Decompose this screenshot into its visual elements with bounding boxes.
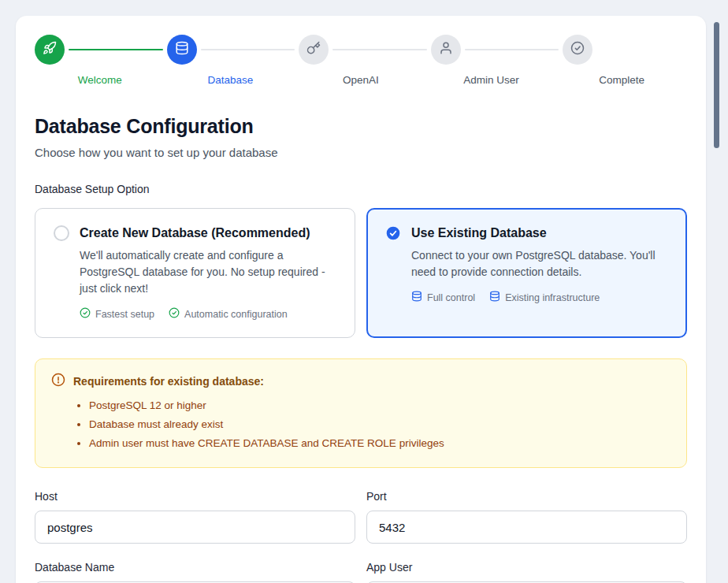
badge-automatic-configuration: Automatic configuration [169, 307, 288, 321]
app-user-label: App User [366, 561, 687, 574]
requirements-list: PostgreSQL 12 or higher Database must al… [51, 396, 670, 453]
radio-unselected-icon[interactable] [54, 225, 69, 241]
port-label: Port [366, 490, 687, 503]
port-field-group: Port [366, 490, 687, 544]
stepper-icons [35, 35, 592, 65]
badge-label: Existing infrastructure [505, 292, 600, 303]
app-user-field-group: App User [366, 561, 687, 583]
database-icon [175, 41, 189, 58]
page-subtitle: Choose how you want to set up your datab… [35, 146, 687, 159]
option-badges: Fastest setup Automatic configuration [80, 307, 336, 321]
step-welcome[interactable] [35, 35, 65, 65]
rocket-icon [43, 41, 57, 58]
option-title: Use Existing Database [411, 226, 547, 240]
stepper-labels: Welcome Database OpenAI Admin User Compl… [35, 74, 687, 86]
badge-existing-infrastructure: Existing infrastructure [489, 291, 600, 304]
step-complete[interactable] [563, 35, 592, 65]
requirements-title: Requirements for existing database: [73, 375, 264, 388]
user-icon [439, 41, 453, 58]
host-input[interactable] [35, 511, 355, 544]
port-input[interactable] [366, 511, 687, 544]
host-field-group: Host [35, 490, 355, 544]
host-label: Host [35, 490, 355, 503]
step-connector [332, 49, 427, 50]
requirement-item: Admin user must have CREATE DATABASE and… [89, 434, 670, 453]
option-badges: Full control Existing infrastructure [411, 291, 668, 304]
requirement-item: PostgreSQL 12 or higher [89, 396, 670, 415]
connection-form: Host Port Database Name App User [35, 490, 687, 583]
badge-fastest-setup: Fastest setup [80, 307, 154, 321]
step-openai[interactable] [299, 35, 329, 65]
key-icon [306, 41, 321, 58]
badge-label: Automatic configuration [184, 309, 288, 320]
database-name-field-group: Database Name [35, 561, 355, 583]
requirement-item: Database must already exist [89, 415, 670, 434]
step-complete-label: Complete [556, 74, 687, 86]
step-welcome-label: Welcome [35, 74, 165, 86]
option-use-existing-database[interactable]: Use Existing Database Connect to your ow… [366, 208, 687, 338]
option-title: Create New Database (Recommended) [80, 226, 310, 240]
check-circle-icon [80, 307, 91, 321]
step-database[interactable] [167, 35, 197, 65]
page-title: Database Configuration [35, 114, 687, 138]
setup-option-label: Database Setup Option [35, 183, 687, 195]
step-admin-user-label: Admin User [426, 74, 557, 86]
step-connector [69, 49, 163, 50]
requirements-warning: Requirements for existing database: Post… [35, 358, 687, 468]
step-connector [465, 49, 559, 50]
step-openai-label: OpenAI [295, 74, 426, 86]
scrollbar-thumb[interactable] [714, 22, 719, 148]
step-admin-user[interactable] [431, 35, 461, 65]
radio-selected-icon[interactable] [385, 225, 401, 241]
step-connector [201, 49, 295, 50]
setup-wizard-card: Welcome Database OpenAI Admin User Compl… [16, 16, 706, 583]
badge-label: Fastest setup [95, 309, 154, 320]
badge-label: Full control [427, 292, 475, 303]
option-create-new-database[interactable]: Create New Database (Recommended) We'll … [35, 208, 355, 338]
option-description: Connect to your own PostgreSQL database.… [411, 247, 668, 280]
check-circle-icon [169, 307, 180, 321]
option-description: We'll automatically create and configure… [80, 247, 336, 297]
alert-circle-icon [51, 373, 65, 389]
database-name-label: Database Name [35, 561, 355, 574]
stepper: Welcome Database OpenAI Admin User Compl… [35, 35, 687, 86]
database-icon [489, 291, 500, 304]
step-database-label: Database [165, 74, 296, 86]
check-circle-icon [570, 41, 585, 58]
database-icon [411, 291, 422, 304]
database-setup-options: Create New Database (Recommended) We'll … [35, 208, 687, 338]
badge-full-control: Full control [411, 291, 475, 304]
